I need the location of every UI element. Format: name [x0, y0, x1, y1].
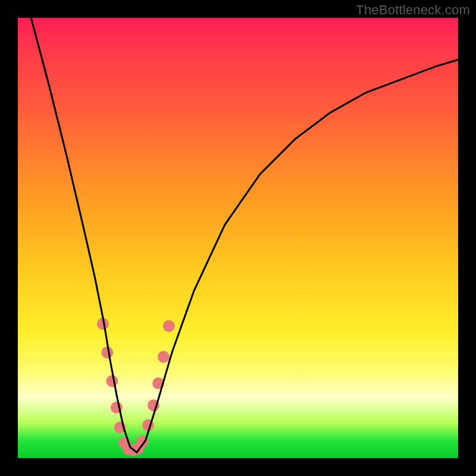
data-marker — [101, 346, 113, 358]
chart-overlay — [18, 18, 458, 458]
data-marker — [158, 351, 170, 363]
data-marker — [163, 320, 175, 332]
bottleneck-curve — [31, 18, 458, 452]
data-marker — [106, 375, 118, 387]
watermark-text: TheBottleneck.com — [356, 2, 470, 18]
marker-group — [97, 318, 175, 456]
chart-frame: TheBottleneck.com — [0, 0, 476, 476]
